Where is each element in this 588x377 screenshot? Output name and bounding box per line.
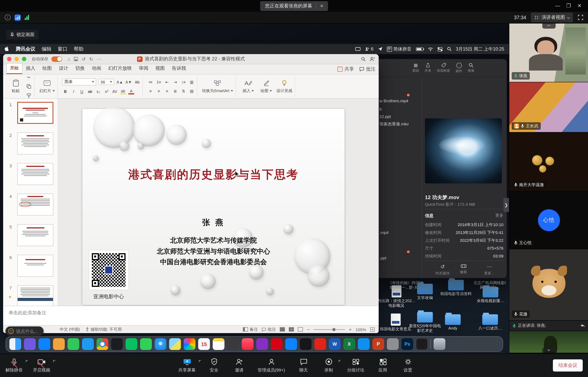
home-icon[interactable]: ⌂ — [67, 56, 70, 62]
dock-mail[interactable] — [82, 338, 94, 350]
menu-help[interactable]: 帮助 — [74, 46, 84, 52]
decrease-font-icon[interactable]: A▼ — [125, 79, 132, 85]
participant-video-huawei[interactable]: 花溦 — [509, 249, 588, 320]
accessibility-status[interactable]: 辅助功能: 不可用 — [86, 327, 122, 332]
increase-font-icon[interactable]: A▲ — [116, 79, 123, 85]
superscript-button[interactable]: x² — [104, 89, 110, 94]
meeting-stats-icon[interactable] — [25, 15, 29, 20]
dock-terminal[interactable] — [416, 338, 428, 350]
slide-thumbnail-5[interactable]: 5 — [3, 223, 58, 252]
new-slide-button[interactable]: 幻灯片 — [39, 79, 55, 94]
dock-app-red[interactable] — [314, 338, 326, 350]
display-share-icon[interactable] — [355, 47, 361, 51]
account-icon[interactable] — [370, 57, 375, 61]
slide-thumbnail-7[interactable]: 7 ★ — [3, 284, 58, 306]
send-plane-icon[interactable] — [378, 47, 382, 51]
dock-excel[interactable]: X — [343, 338, 355, 350]
strikethrough-button[interactable]: ab — [87, 89, 93, 94]
desktop-item[interactable]: 韩国电影导演资料 — [439, 280, 473, 296]
font-name-select[interactable]: 黑体 — [63, 78, 96, 85]
increase-indent-icon[interactable]: ⇥ — [172, 79, 178, 85]
participant-video-nankai[interactable]: 南开大学温溦 — [509, 132, 588, 191]
menubar-app-name[interactable]: 腾讯会议 — [16, 46, 35, 52]
desktop-item[interactable]: 八一口述历… — [473, 314, 507, 331]
tab-slideshow[interactable]: 幻灯片放映 — [105, 63, 135, 74]
manage-members-button[interactable]: 管理成员(99+) — [258, 358, 285, 373]
align-text-icon[interactable]: ▤ — [189, 88, 195, 94]
dock-app-blue[interactable] — [38, 338, 50, 350]
share-button[interactable]: 共享 — [338, 66, 354, 72]
meeting-participant-count[interactable]: 6 — [365, 47, 373, 51]
slideshow-view-icon[interactable] — [298, 327, 303, 331]
video-preview-thumbnail[interactable] — [425, 118, 502, 183]
dock-finder[interactable] — [9, 338, 21, 350]
wifi-icon[interactable] — [427, 47, 433, 51]
tab-design[interactable]: 设计 — [55, 63, 72, 74]
normal-view-icon[interactable] — [280, 327, 285, 331]
chat-button[interactable]: 聊天 — [297, 358, 310, 373]
desktop-item[interactable]: 央视电视剧重… — [474, 287, 507, 303]
breakout-rooms-button[interactable]: 分组讨论 — [347, 358, 364, 373]
minimize-button[interactable]: — — [552, 0, 563, 12]
slide-thumbnail-1[interactable]: 1 — [3, 101, 58, 130]
participant-video-wangxinkai[interactable]: 心恺 王心恺 — [509, 191, 588, 249]
slide-thumbnail-3[interactable]: 3 — [3, 162, 58, 191]
menu-window[interactable]: 窗口 — [58, 46, 67, 52]
tab-draw[interactable]: 绘图 — [39, 63, 55, 74]
dock-app-dark[interactable] — [227, 338, 239, 350]
search-icon[interactable] — [361, 57, 366, 61]
italic-button[interactable]: I — [71, 89, 76, 94]
save-icon[interactable] — [74, 57, 78, 61]
language-status[interactable]: 中文 (中国) — [60, 327, 80, 332]
underline-button[interactable]: U — [79, 89, 85, 94]
dock-word[interactable]: W — [329, 338, 341, 350]
highlight-color-button[interactable]: ab — [120, 89, 126, 94]
zoom-out-button[interactable]: − — [307, 327, 310, 332]
clear-format-icon[interactable]: A̷b — [134, 79, 140, 85]
file-row[interactable]: 22.ppt — [379, 114, 391, 119]
panel-collapse-handle[interactable]: ❯ — [503, 198, 509, 212]
dock-music[interactable] — [242, 338, 253, 350]
format-painter-icon[interactable] — [26, 93, 32, 98]
dock-keynote[interactable] — [358, 338, 370, 350]
tab-tellme[interactable]: 告诉我 — [168, 63, 189, 74]
slide-thumbnail-4[interactable]: 4 — [3, 193, 58, 222]
participant-video-zhangyan[interactable]: 张燕 — [509, 24, 588, 82]
dock-photoshop[interactable]: Ps — [401, 338, 413, 350]
share-options-caret[interactable] — [199, 360, 201, 362]
notes-toggle[interactable]: 备注 — [243, 327, 258, 332]
panel-collapse-up[interactable] — [542, 24, 555, 29]
dock-maps[interactable] — [169, 338, 181, 350]
align-left-icon[interactable]: ≡ — [148, 88, 153, 94]
control-center-icon[interactable] — [437, 47, 442, 51]
zoom-traffic-light[interactable] — [22, 57, 26, 61]
dock-launchpad[interactable] — [53, 338, 65, 350]
share-screen-button[interactable]: 共享屏幕 — [178, 358, 196, 373]
dock-podcasts[interactable] — [256, 338, 268, 350]
security-button[interactable]: 安全 — [207, 358, 221, 373]
close-traffic-light[interactable] — [7, 57, 11, 61]
zoom-level[interactable]: 105% — [355, 327, 366, 332]
tab-view[interactable]: 视图 — [152, 63, 168, 74]
dock-netease-music[interactable] — [271, 338, 283, 350]
zoom-slider[interactable] — [313, 329, 345, 330]
file-row[interactable]: 张家杰香港.mkv — [379, 121, 409, 127]
dock-app-purple[interactable] — [24, 338, 36, 350]
more-actions-button[interactable]: ⋯ 更多… — [484, 264, 495, 276]
record-options-caret[interactable] — [338, 360, 340, 362]
tab-animations[interactable]: 动画 — [88, 63, 105, 74]
reply-arrow-icon[interactable] — [580, 324, 585, 328]
fullscreen-icon[interactable] — [578, 14, 584, 20]
comments-toggle[interactable]: 批注 — [262, 327, 276, 332]
autosave-toggle[interactable] — [51, 56, 62, 62]
fit-slide-icon[interactable] — [370, 327, 375, 332]
bullets-icon[interactable]: •≡ — [148, 79, 153, 85]
file-row[interactable]: b — [379, 106, 382, 111]
align-right-icon[interactable]: ≡ — [164, 88, 170, 94]
dock-wechat[interactable] — [125, 338, 137, 350]
battery-icon[interactable] — [416, 47, 423, 51]
design-ideas-button[interactable]: 设计灵感 — [276, 79, 292, 94]
apple-menu-icon[interactable] — [5, 46, 9, 52]
text-direction-icon[interactable]: ⇅ — [180, 88, 186, 94]
columns-icon[interactable]: ▥ — [189, 79, 195, 85]
